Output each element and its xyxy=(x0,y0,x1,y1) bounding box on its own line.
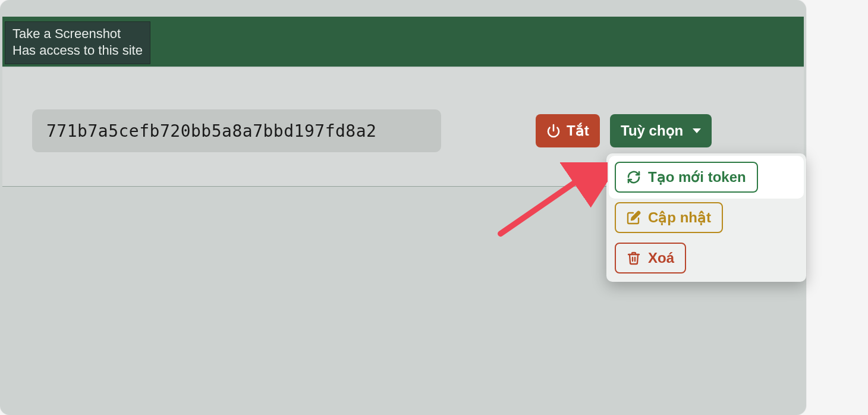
regenerate-token-label: Tạo mới token xyxy=(648,169,746,186)
turn-off-button[interactable]: Tắt xyxy=(536,114,600,147)
refresh-icon xyxy=(627,170,641,184)
tooltip-line-1: Take a Screenshot xyxy=(12,26,143,42)
options-label: Tuỳ chọn xyxy=(621,122,683,139)
delete-button[interactable]: Xoá xyxy=(615,243,686,273)
options-dropdown-button[interactable]: Tuỳ chọn xyxy=(610,114,712,147)
trash-icon xyxy=(627,251,641,265)
power-icon xyxy=(546,124,561,138)
extension-tooltip: Take a Screenshot Has access to this sit… xyxy=(5,21,150,64)
token-input[interactable]: 771b7a5cefb720bb5a8a7bbd197fd8a2 xyxy=(32,109,441,152)
update-button[interactable]: Cập nhật xyxy=(615,202,723,233)
turn-off-label: Tắt xyxy=(567,122,589,139)
token-value: 771b7a5cefb720bb5a8a7bbd197fd8a2 xyxy=(46,121,376,141)
delete-label: Xoá xyxy=(648,250,674,266)
regenerate-token-button[interactable]: Tạo mới token xyxy=(615,162,758,193)
update-label: Cập nhật xyxy=(648,209,711,226)
highlighted-menu-item: Tạo mới token xyxy=(609,156,804,199)
app-panel: Take a Screenshot Has access to this sit… xyxy=(0,0,806,415)
tooltip-line-2: Has access to this site xyxy=(12,42,143,59)
chevron-down-icon xyxy=(693,128,701,133)
options-dropdown-menu: Tạo mới token Cập nhật Xoá xyxy=(606,153,806,282)
edit-icon xyxy=(627,210,641,225)
